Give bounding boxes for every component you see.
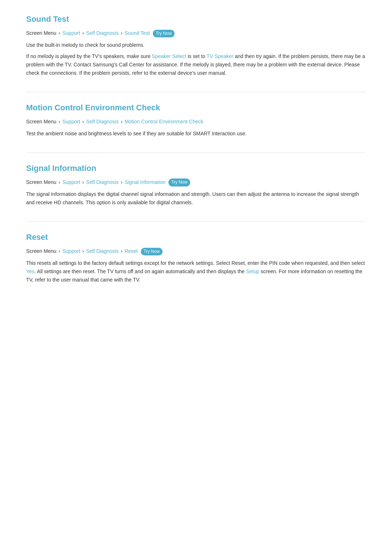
section-divider bbox=[26, 92, 366, 92]
breadcrumb-separator: › bbox=[82, 30, 84, 36]
breadcrumb-prefix: Screen Menu bbox=[26, 30, 56, 36]
breadcrumb-separator: › bbox=[82, 179, 84, 185]
breadcrumb-separator: › bbox=[82, 119, 84, 124]
section-motion-control: Motion Control Environment CheckScreen M… bbox=[26, 103, 366, 138]
reset-paragraph-0: This resets all settings to the factory … bbox=[26, 259, 366, 284]
breadcrumb-separator: › bbox=[121, 248, 123, 254]
signal-information-paragraph-0: The signal Information displays the digi… bbox=[26, 190, 366, 207]
breadcrumb-link[interactable]: Self Diagnosis bbox=[86, 119, 119, 124]
breadcrumb-link[interactable]: Support bbox=[62, 30, 80, 36]
breadcrumb-prefix: Screen Menu bbox=[26, 248, 56, 254]
sound-test-breadcrumb: Screen Menu › Support › Self Diagnosis ›… bbox=[26, 29, 366, 37]
breadcrumb-link[interactable]: Support bbox=[62, 248, 80, 254]
breadcrumb-prefix: Screen Menu bbox=[26, 179, 56, 185]
section-reset: ResetScreen Menu › Support › Self Diagno… bbox=[26, 233, 366, 284]
section-divider bbox=[26, 152, 366, 153]
reset-title: Reset bbox=[26, 233, 366, 242]
try-now-badge[interactable]: Try Now bbox=[153, 30, 175, 37]
breadcrumb-link[interactable]: Support bbox=[62, 119, 80, 124]
motion-control-title: Motion Control Environment Check bbox=[26, 103, 366, 112]
breadcrumb-separator: › bbox=[82, 248, 84, 254]
section-divider bbox=[26, 221, 366, 222]
signal-information-breadcrumb: Screen Menu › Support › Self Diagnosis ›… bbox=[26, 178, 366, 186]
motion-control-breadcrumb: Screen Menu › Support › Self Diagnosis ›… bbox=[26, 118, 366, 126]
breadcrumb-separator: › bbox=[121, 119, 123, 124]
breadcrumb-link[interactable]: Self Diagnosis bbox=[86, 30, 119, 36]
breadcrumb-separator: › bbox=[58, 119, 60, 124]
sound-test-title: Sound Test bbox=[26, 15, 366, 24]
breadcrumb-link[interactable]: Support bbox=[62, 179, 80, 185]
breadcrumb-link[interactable]: Motion Control Environment Check bbox=[124, 119, 203, 124]
section-sound-test: Sound TestScreen Menu › Support › Self D… bbox=[26, 15, 366, 77]
try-now-badge[interactable]: Try Now bbox=[168, 178, 190, 186]
try-now-badge[interactable]: Try Now bbox=[141, 248, 163, 255]
breadcrumb-prefix: Screen Menu bbox=[26, 119, 56, 124]
breadcrumb-separator: › bbox=[121, 30, 123, 36]
breadcrumb-separator: › bbox=[58, 248, 60, 254]
breadcrumb-separator: › bbox=[58, 179, 60, 185]
breadcrumb-separator: › bbox=[121, 179, 123, 185]
sound-test-paragraph-0: Use the built-in melody to check for sou… bbox=[26, 41, 366, 49]
breadcrumb-link[interactable]: Sound Test bbox=[124, 30, 150, 36]
breadcrumb-link[interactable]: Self Diagnosis bbox=[86, 248, 119, 254]
signal-information-title: Signal Information bbox=[26, 164, 366, 173]
section-signal-information: Signal InformationScreen Menu › Support … bbox=[26, 164, 366, 207]
breadcrumb-link[interactable]: Self Diagnosis bbox=[86, 179, 119, 185]
breadcrumb-separator: › bbox=[58, 30, 60, 36]
motion-control-paragraph-0: Test the ambient noise and brightness le… bbox=[26, 130, 366, 138]
breadcrumb-link[interactable]: Reset bbox=[124, 248, 138, 254]
reset-breadcrumb: Screen Menu › Support › Self Diagnosis ›… bbox=[26, 247, 366, 255]
sound-test-paragraph-1: If no melody is played by the TV's speak… bbox=[26, 52, 366, 77]
breadcrumb-link[interactable]: Signal Information bbox=[124, 179, 166, 185]
